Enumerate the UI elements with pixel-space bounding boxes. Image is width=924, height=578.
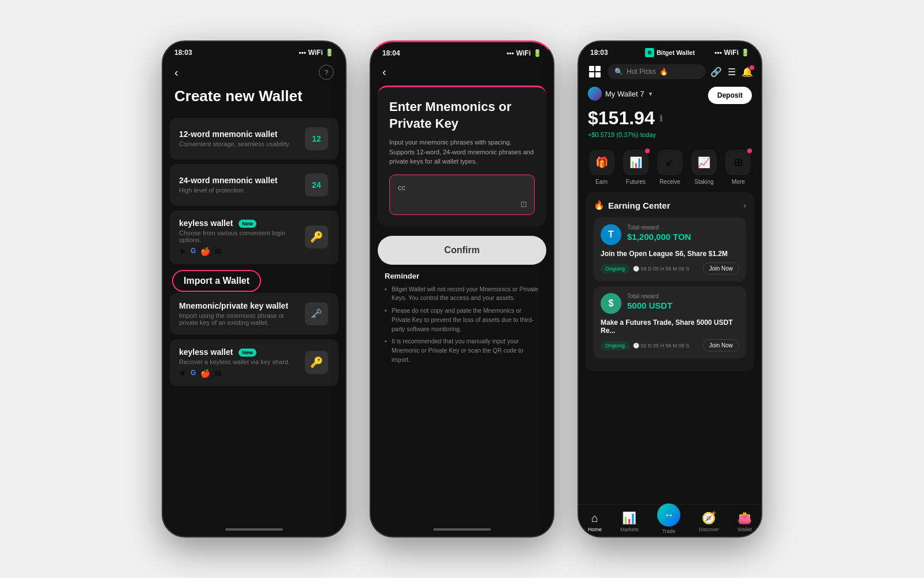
earning-header: 🔥 Earning Center › bbox=[594, 200, 746, 210]
staking-label: Staking bbox=[694, 179, 713, 185]
reminder-list: Bitget Wallet will not record your Mnemo… bbox=[385, 285, 539, 365]
home-nav-icon: ⌂ bbox=[591, 512, 598, 525]
phone-mnemonics: 18:04 ▪▪▪ WiFi 🔋 ‹ Enter Mnemonics or Pr… bbox=[370, 40, 554, 538]
balance-section: $151.94 ℹ +$0.5719 (0.37%) today Deposit bbox=[579, 104, 761, 145]
search-bar[interactable]: 🔍 Hot Picks 🔥 bbox=[608, 64, 706, 79]
wallet-item-12word-name: 12-word mnemonic wallet bbox=[179, 129, 304, 139]
earning-center: 🔥 Earning Center › T Total reward $1,200… bbox=[586, 192, 754, 371]
mnemonic-import-desc: Import using the mnemonic phrase or priv… bbox=[179, 312, 304, 326]
usdt-join-button[interactable]: Join Now bbox=[703, 339, 739, 351]
apps-grid-icon[interactable] bbox=[587, 64, 603, 80]
usdt-card-title: Make a Futures Trade, Share 5000 USDT Re… bbox=[601, 318, 739, 335]
keyless-login-icons: ✈ G 🍎 ✉ bbox=[179, 247, 304, 256]
nav-markets[interactable]: 📊 Markets bbox=[620, 511, 639, 532]
mnemonic-import-name: Mnemonic/private key wallet bbox=[179, 301, 304, 310]
ton-join-button[interactable]: Join Now bbox=[703, 262, 739, 275]
receive-icon: ↙ bbox=[657, 150, 683, 175]
wallet-nav-label: Wallet bbox=[737, 527, 752, 532]
trade-nav-label: Trade bbox=[662, 528, 675, 534]
usdt-token-icon: $ bbox=[601, 293, 621, 314]
action-receive[interactable]: ↙ Receive bbox=[657, 150, 683, 185]
action-futures[interactable]: 📊 Futures bbox=[623, 150, 649, 185]
ton-card-title: Join the Open League S6, Share $1.2M bbox=[601, 250, 739, 258]
mnemonic-input-text: cc bbox=[398, 183, 405, 192]
confirm-button[interactable]: Confirm bbox=[378, 236, 546, 265]
email-icon-2: ✉ bbox=[215, 369, 222, 378]
phone1-header: ‹ ? bbox=[163, 60, 345, 87]
mnemonics-title: Enter Mnemonics or Private Key bbox=[389, 99, 535, 132]
earning-chevron[interactable]: › bbox=[743, 201, 746, 210]
signal-icon-3: ▪▪▪ bbox=[714, 49, 722, 57]
balance-value: $151.94 bbox=[588, 108, 655, 129]
deposit-button[interactable]: Deposit bbox=[708, 87, 752, 104]
phone2-header: ‹ bbox=[371, 61, 553, 86]
usdt-timer: 🕐 02 D 05 H 56 M 09 S bbox=[633, 343, 690, 349]
trade-nav-icon: ↔ bbox=[657, 503, 680, 527]
link-icon[interactable]: 🔗 bbox=[710, 66, 722, 77]
bitget-logo-icon: B bbox=[645, 48, 654, 57]
ton-card-info: Total reward $1,200,000 TON bbox=[627, 224, 739, 242]
usdt-reward-amount: 5000 USDT bbox=[627, 301, 739, 310]
usdt-card-info: Total reward 5000 USDT bbox=[627, 293, 739, 310]
wallet-item-keyless-import[interactable]: keyless wallet New Recover a keyless wal… bbox=[170, 339, 338, 386]
nav-trade[interactable]: ↔ Trade bbox=[657, 509, 680, 534]
status-bar-2: 18:04 ▪▪▪ WiFi 🔋 bbox=[371, 42, 553, 61]
signal-icon-2: ▪▪▪ bbox=[506, 49, 514, 57]
action-staking[interactable]: 📈 Staking bbox=[691, 150, 717, 185]
wallet-item-keyless-create[interactable]: keyless wallet New Choose from various c… bbox=[170, 210, 338, 264]
wallet-12word-icon: 12 bbox=[304, 126, 329, 151]
status-time-1: 18:03 bbox=[174, 49, 192, 57]
wallet-item-12word[interactable]: 12-word mnemonic wallet Convenient stora… bbox=[170, 118, 338, 160]
wallet-item-24word[interactable]: 24-word mnemonic wallet High level of pr… bbox=[170, 164, 338, 206]
ton-status-badge: Ongoing bbox=[601, 264, 629, 273]
earning-card-ton[interactable]: T Total reward $1,200,000 TON Join the O… bbox=[594, 217, 746, 281]
wallet-dropdown-chevron[interactable]: ▼ bbox=[647, 91, 653, 97]
more-label: More bbox=[732, 179, 745, 185]
action-more[interactable]: ⊞ More bbox=[725, 150, 751, 185]
google-icon-2: G bbox=[191, 369, 196, 378]
bitget-brand: B Bitget Wallet bbox=[645, 48, 695, 57]
menu-icon[interactable]: ☰ bbox=[728, 66, 736, 77]
import-section: Import a Wallet bbox=[170, 269, 338, 293]
earning-card-usdt[interactable]: $ Total reward 5000 USDT Make a Futures … bbox=[594, 286, 746, 358]
help-button-1[interactable]: ? bbox=[319, 65, 334, 80]
discover-nav-icon: 🧭 bbox=[702, 511, 716, 525]
battery-icon-3: 🔋 bbox=[741, 49, 750, 57]
more-dot bbox=[747, 149, 752, 153]
wifi-icon-1: WiFi bbox=[308, 49, 323, 57]
nav-discover[interactable]: 🧭 Discover bbox=[699, 511, 719, 532]
reminder-title: Reminder bbox=[385, 272, 539, 280]
phone2-content: ‹ Enter Mnemonics or Private Key Input y… bbox=[371, 61, 553, 536]
nav-home[interactable]: ⌂ Home bbox=[588, 512, 602, 532]
keyless-import-icon: 🔑 bbox=[304, 350, 329, 375]
usdt-reward-label: Total reward bbox=[627, 293, 739, 299]
scan-icon: ⊡ bbox=[520, 199, 527, 209]
back-button-2[interactable]: ‹ bbox=[382, 65, 542, 79]
ton-card-header: T Total reward $1,200,000 TON bbox=[601, 224, 739, 245]
wallet-item-mnemonic-import[interactable]: Mnemonic/private key wallet Import using… bbox=[170, 293, 338, 335]
keyless-import-name: keyless wallet New bbox=[179, 347, 304, 357]
mnemonic-input[interactable]: cc ⊡ bbox=[389, 175, 535, 215]
balance-change: +$0.5719 (0.37%) today bbox=[588, 131, 662, 138]
phone3-header: 🔍 Hot Picks 🔥 🔗 ☰ 🔔 bbox=[579, 60, 761, 84]
keyless-wallet-icon: 🔑 bbox=[304, 224, 329, 250]
google-icon: G bbox=[191, 247, 196, 256]
wallet-avatar bbox=[588, 87, 602, 101]
status-time-3: 18:03 bbox=[590, 49, 608, 57]
nav-wallet[interactable]: 👛 Wallet bbox=[737, 511, 752, 532]
ton-reward-amount: $1,200,000 TON bbox=[627, 232, 739, 242]
keyless-import-badge: New bbox=[239, 349, 256, 357]
staking-icon: 📈 bbox=[691, 150, 717, 175]
markets-nav-icon: 📊 bbox=[622, 511, 636, 525]
back-button-1[interactable]: ‹ bbox=[174, 66, 178, 79]
action-earn[interactable]: 🎁 Earn bbox=[589, 150, 614, 185]
bitget-logo-text: Bitget Wallet bbox=[657, 49, 695, 56]
fire-emoji-earning: 🔥 bbox=[594, 200, 605, 210]
wallet-item-12word-desc: Convenient storage, seamless usability. bbox=[179, 140, 304, 147]
ton-card-footer: Ongoing 🕐 09 D 05 H 56 M 09 S Join Now bbox=[601, 262, 739, 275]
notification-icon[interactable]: 🔔 bbox=[742, 66, 753, 77]
confirm-btn-wrapper: Confirm bbox=[371, 236, 553, 265]
wallet-nav-icon: 👛 bbox=[737, 511, 752, 525]
ton-timer: 🕐 09 D 05 H 56 M 09 S bbox=[633, 266, 690, 272]
reminder-item-3: It is recommended that you manually inpu… bbox=[385, 337, 539, 364]
